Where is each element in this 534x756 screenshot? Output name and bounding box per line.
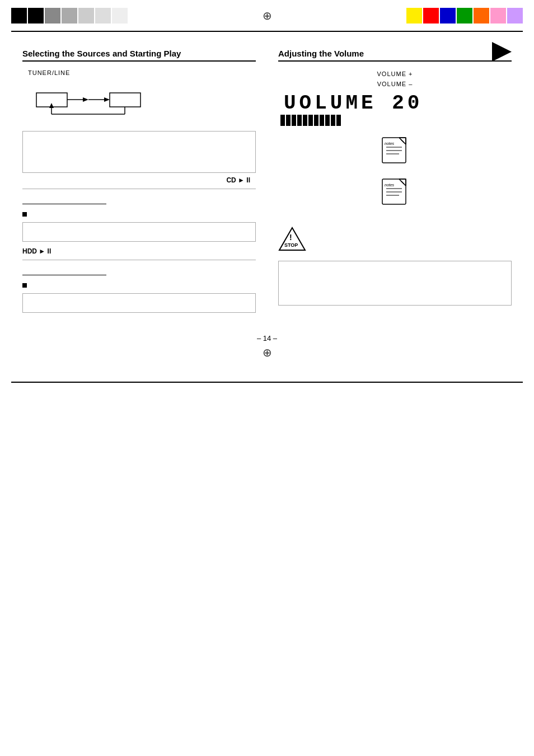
bar-7 [314, 115, 318, 126]
hdd-play-label: HDD ► II [22, 247, 256, 255]
svg-marker-5 [104, 97, 110, 102]
bar-4 [297, 115, 302, 126]
block-6 [95, 8, 111, 24]
bar-1 [280, 115, 285, 126]
volume-minus-label: VOLUME – [278, 79, 512, 90]
stop-section: STOP ! [278, 226, 512, 306]
cycle-diagram-svg [34, 82, 146, 118]
notes-icon-2-wrap: notes [278, 176, 512, 209]
bottom-crosshair-icon: ⊕ [22, 346, 512, 359]
cd-content-box [22, 131, 256, 173]
left-notes-1 [22, 212, 256, 217]
svg-marker-10 [49, 103, 54, 108]
svg-text:STOP: STOP [284, 242, 298, 248]
volume-plus-label: VOLUME + [278, 69, 512, 79]
purple-block [507, 8, 523, 24]
bar-9 [325, 115, 330, 126]
hdd-notes [22, 283, 256, 288]
bar-10 [331, 115, 335, 126]
bar-8 [320, 115, 324, 126]
svg-rect-6 [110, 93, 140, 107]
page-number: – 14 – [22, 334, 512, 342]
pink-block [490, 8, 506, 24]
stop-icon-wrap: STOP ! [278, 226, 512, 255]
center-crosshair-icon: ⊕ [263, 9, 272, 22]
volume-bars [278, 115, 512, 126]
arrow-right-icon [489, 42, 512, 63]
block-5 [78, 8, 94, 24]
page-content: Selecting the Sources and Starting Play … [0, 32, 534, 382]
underline-2 [22, 267, 106, 275]
bar-3 [292, 115, 296, 126]
notes-icon-2: notes [380, 176, 410, 207]
left-section-title: Selecting the Sources and Starting Play [22, 49, 256, 62]
bullet-row-2 [22, 283, 256, 288]
block-4 [62, 8, 77, 24]
yellow-block [406, 8, 422, 24]
block-1 [11, 8, 27, 24]
color-blocks [406, 8, 523, 24]
notes-icon-1-wrap: notes [278, 135, 512, 167]
volume-display-area: UOLUME 20 [278, 93, 512, 126]
divider-2 [22, 260, 256, 260]
bullet-row-1 [22, 212, 256, 217]
bar-5 [303, 115, 307, 126]
svg-text:notes: notes [385, 142, 395, 145]
right-section-title: Adjusting the Volume [278, 49, 512, 62]
blue-block [440, 8, 456, 24]
svg-line-17 [401, 139, 404, 143]
svg-marker-0 [492, 42, 512, 62]
bar-6 [308, 115, 313, 126]
source-cycle-diagram [34, 82, 256, 120]
content-box-3 [22, 293, 256, 313]
bar-2 [286, 115, 291, 126]
bullet-icon-2 [22, 283, 27, 288]
bar-11 [336, 115, 341, 126]
red-block [423, 8, 439, 24]
svg-line-24 [401, 181, 404, 184]
block-3 [45, 8, 60, 24]
green-block [457, 8, 472, 24]
bottom-border [11, 382, 523, 383]
orange-block [474, 8, 489, 24]
content-box-2 [22, 222, 256, 242]
divider-1 [22, 189, 256, 189]
right-column: Adjusting the Volume VOLUME + VOLUME – U… [278, 49, 512, 317]
tuner-line-label: TUNER/LINE [28, 69, 256, 76]
bullet-icon-1 [22, 212, 27, 217]
volume-display-text: UOLUME 20 [284, 93, 512, 114]
header-bar: ⊕ [0, 0, 534, 31]
svg-text:notes: notes [385, 183, 395, 187]
block-7 [112, 8, 128, 24]
stop-content-box [278, 261, 512, 306]
volume-controls-label: VOLUME + VOLUME – [278, 69, 512, 89]
svg-text:!: ! [289, 233, 292, 242]
notes-icon-1: notes [380, 135, 410, 166]
two-column-layout: Selecting the Sources and Starting Play … [22, 49, 512, 317]
stop-icon: STOP ! [278, 226, 306, 253]
underline-1 [22, 196, 106, 204]
block-2 [28, 8, 44, 24]
cd-play-label: CD ► II [22, 176, 250, 184]
svg-marker-3 [83, 97, 88, 102]
black-gray-blocks [11, 8, 128, 24]
left-column: Selecting the Sources and Starting Play … [22, 49, 256, 317]
